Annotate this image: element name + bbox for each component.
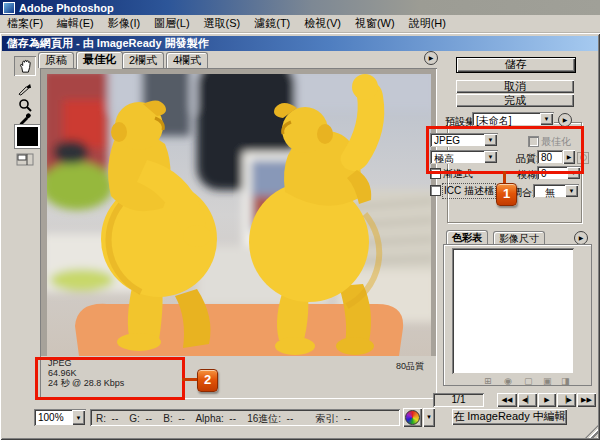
- chevron-down-icon[interactable]: ▼: [540, 113, 553, 125]
- last-frame-button[interactable]: ▶▶: [577, 393, 596, 407]
- previous-frame-button[interactable]: ◀▏: [518, 393, 537, 407]
- preview-photo[interactable]: [47, 74, 431, 356]
- app-title: Adobe Photoshop: [15, 2, 114, 14]
- toggle-slices-button[interactable]: [14, 149, 36, 169]
- highlight-box-2: [35, 357, 185, 400]
- menu-image[interactable]: 影像(I): [101, 16, 147, 31]
- step-badge-1: 1: [496, 183, 517, 206]
- tab-optimized[interactable]: 最佳化: [76, 51, 123, 69]
- menu-filter[interactable]: 濾鏡(T): [247, 16, 297, 31]
- panel-menu-arrow-icon: ▶: [579, 235, 584, 241]
- menu-select[interactable]: 選取(S): [197, 16, 248, 31]
- lock-color-icon[interactable]: ◉: [504, 376, 512, 386]
- snap-web-icon[interactable]: ⊞: [484, 376, 492, 386]
- tab-color-table[interactable]: 色彩表: [446, 230, 488, 245]
- icc-profile-label: ICC 描述檔: [443, 184, 495, 198]
- color-readout-bar: R: -- G: -- B: -- Alpha: -- 16進位: -- 索引:…: [90, 409, 400, 426]
- app-titlebar: Adobe Photoshop: [0, 0, 600, 15]
- step-badge-2: 2: [197, 369, 218, 392]
- highlight-box-1: [426, 126, 584, 174]
- menu-layer[interactable]: 圖層(L): [147, 16, 196, 31]
- preset-select[interactable]: [未命名] ▼: [472, 112, 554, 126]
- tab-2up[interactable]: 2欄式: [122, 52, 164, 68]
- matte-select[interactable]: 無 ▼: [533, 184, 579, 198]
- done-button[interactable]: 完成: [456, 94, 574, 107]
- panel-menu-arrow-icon: ▶: [563, 117, 568, 123]
- preview-menu-icon[interactable]: ▶: [424, 51, 438, 65]
- zoom-level-value: 100%: [38, 412, 71, 423]
- edit-in-imageready-button[interactable]: 在 ImageReady 中編輯: [452, 409, 567, 425]
- menubar: 檔案(F) 編輯(E) 影像(I) 圖層(L) 選取(S) 濾鏡(T) 檢視(V…: [0, 15, 600, 33]
- tab-original[interactable]: 原稿: [38, 52, 74, 68]
- color-table-menu-icon[interactable]: ▶: [574, 231, 588, 245]
- matte-value: 無: [545, 186, 564, 200]
- menu-view[interactable]: 檢視(V): [297, 16, 348, 31]
- save-button[interactable]: 儲存: [456, 57, 576, 73]
- chevron-down-icon[interactable]: ▼: [72, 410, 85, 425]
- sumo-figurines-photo: [47, 74, 431, 356]
- menu-help[interactable]: 說明(H): [402, 16, 453, 31]
- browser-select-icon[interactable]: ▼: [423, 408, 435, 427]
- panel-menu-arrow-icon: ▶: [429, 55, 434, 61]
- next-frame-button[interactable]: ▕▶: [557, 393, 576, 407]
- slice-select-icon: [18, 83, 33, 96]
- first-frame-button[interactable]: ◀◀: [497, 393, 517, 407]
- quality-note: 80品質: [352, 360, 424, 373]
- menu-window[interactable]: 視窗(W): [348, 16, 402, 31]
- delete-color-icon[interactable]: ◨: [561, 376, 570, 386]
- photoshop-window: Adobe Photoshop 檔案(F) 編輯(E) 影像(I) 圖層(L) …: [0, 0, 600, 440]
- play-button[interactable]: ▶: [538, 393, 556, 407]
- color-readout-text: R: -- G: -- B: -- Alpha: -- 16進位: -- 索引:…: [96, 412, 350, 426]
- eyedropper-color-swatch[interactable]: [15, 125, 40, 148]
- slices-visibility-icon: [16, 153, 34, 166]
- frame-indicator: 1/1: [433, 393, 484, 407]
- dialog-titlebar[interactable]: 儲存為網頁用 - 由 ImageReady 開發製作: [2, 36, 598, 51]
- color-table-area[interactable]: [452, 248, 574, 374]
- settings-menu-icon[interactable]: ▶: [558, 113, 572, 127]
- connector-2: [182, 378, 198, 381]
- zoom-level-select[interactable]: 100% ▼: [34, 409, 86, 426]
- photoshop-app-icon: [3, 2, 15, 14]
- hand-tool-button[interactable]: [14, 56, 36, 76]
- menu-edit[interactable]: 編輯(E): [50, 16, 101, 31]
- browser-globe-icon: [405, 410, 420, 425]
- add-color-icon[interactable]: ▢: [524, 376, 533, 386]
- new-color-icon[interactable]: ▣: [543, 376, 552, 386]
- hand-icon: [18, 59, 33, 74]
- chevron-down-icon[interactable]: ▼: [565, 185, 578, 197]
- icc-profile-checkbox[interactable]: [430, 185, 441, 196]
- preview-in-browser-button[interactable]: [403, 408, 422, 427]
- menu-file[interactable]: 檔案(F): [0, 16, 50, 31]
- tab-4up[interactable]: 4欄式: [166, 52, 208, 68]
- dialog-title: 儲存為網頁用 - 由 ImageReady 開發製作: [2, 36, 209, 51]
- cancel-button[interactable]: 取消: [456, 80, 574, 93]
